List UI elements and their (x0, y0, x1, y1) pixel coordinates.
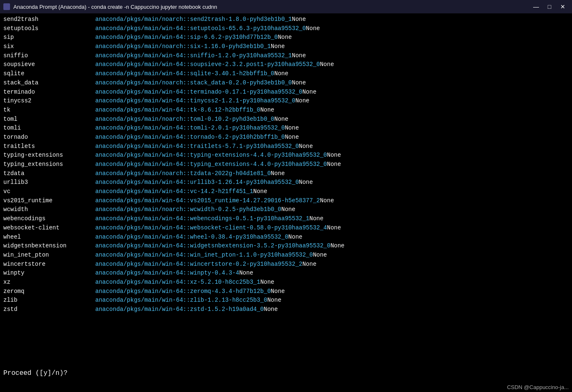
table-row: stack_dataanaconda/pkgs/main/noarch::sta… (3, 79, 569, 88)
prompt-line[interactable]: Proceed ([y]/n)? (3, 365, 569, 381)
package-path: anaconda/pkgs/main/win-64::traitlets-5.7… (95, 142, 299, 151)
package-path: anaconda/pkgs/main/noarch::six-1.16.0-py… (95, 42, 271, 51)
window-controls: — □ ✕ (530, 2, 569, 12)
package-path: anaconda/pkgs/main/win-64::setuptools-65… (95, 24, 306, 33)
package-name: traitlets (3, 142, 95, 151)
package-name: xz (3, 278, 95, 287)
table-row: win_inet_ptonanaconda/pkgs/main/win-64::… (3, 251, 569, 260)
package-path: anaconda/pkgs/main/win-64::sip-6.6.2-py3… (95, 33, 278, 42)
table-row: wcwidthanaconda/pkgs/main/noarch::wcwidt… (3, 205, 569, 214)
package-tag: None (313, 251, 327, 260)
package-name: wcwidth (3, 205, 95, 214)
package-path: anaconda/pkgs/main/noarch::wcwidth-0.2.5… (95, 205, 281, 214)
package-name: stack_data (3, 79, 95, 88)
table-row: tzdataanaconda/pkgs/main/noarch::tzdata-… (3, 169, 569, 178)
package-tag: None (303, 88, 317, 97)
package-path: anaconda/pkgs/main/win-64::wheel-0.38.4-… (95, 233, 288, 242)
package-name: zstd (3, 305, 95, 314)
package-name: terminado (3, 88, 95, 97)
table-row: typing_extensionsanaconda/pkgs/main/win-… (3, 160, 569, 169)
package-tag: None (292, 79, 306, 88)
table-row: typing-extensionsanaconda/pkgs/main/win-… (3, 151, 569, 160)
table-row: widgetsnbextensionanaconda/pkgs/main/win… (3, 242, 569, 251)
package-tag: None (320, 196, 334, 206)
package-name: tornado (3, 133, 95, 142)
app-icon (3, 3, 10, 10)
table-row: zlibanaconda/pkgs/main/win-64::zlib-1.2.… (3, 296, 569, 305)
package-name: zlib (3, 296, 95, 305)
package-name: sqlite (3, 69, 95, 79)
package-tag: None (327, 151, 341, 160)
package-path: anaconda/pkgs/main/win-64::vs2015_runtim… (95, 196, 320, 206)
package-list: send2trashanaconda/pkgs/main/noarch::sen… (3, 15, 569, 365)
package-path: anaconda/pkgs/main/win-64::vc-14.2-h21ff… (95, 187, 253, 196)
package-path: anaconda/pkgs/main/win-64::tk-8.6.12-h2b… (95, 106, 260, 115)
minimize-button[interactable]: — (530, 2, 542, 12)
table-row: setuptoolsanaconda/pkgs/main/win-64::set… (3, 24, 569, 33)
package-name: winpty (3, 269, 95, 278)
table-row: send2trashanaconda/pkgs/main/noarch::sen… (3, 15, 569, 24)
package-tag: None (299, 142, 313, 151)
package-path: anaconda/pkgs/main/win-64::terminado-0.1… (95, 88, 303, 97)
package-name: webencodings (3, 214, 95, 224)
package-tag: None (309, 214, 323, 224)
package-name: tk (3, 106, 95, 115)
bottom-bar: CSDN @Cappuccino-ja... (0, 382, 572, 392)
table-row: urllib3anaconda/pkgs/main/win-64::urllib… (3, 178, 569, 187)
package-name: zeromq (3, 287, 95, 296)
package-tag: None (267, 296, 282, 305)
package-name: sip (3, 33, 95, 42)
table-row: tornadoanaconda/pkgs/main/win-64::tornad… (3, 133, 569, 142)
package-path: anaconda/pkgs/main/win-64::sniffio-1.2.0… (95, 51, 292, 61)
package-tag: None (278, 33, 292, 42)
table-row: tomlanaconda/pkgs/main/noarch::toml-0.10… (3, 115, 569, 124)
package-path: anaconda/pkgs/main/noarch::send2trash-1.… (95, 15, 292, 24)
title-bar-text: Anaconda Prompt (Anaconda) - conda creat… (13, 4, 530, 10)
table-row: vs2015_runtimeanaconda/pkgs/main/win-64:… (3, 196, 569, 206)
package-path: anaconda/pkgs/main/win-64::xz-5.2.10-h8c… (95, 278, 260, 287)
table-row: tkanaconda/pkgs/main/win-64::tk-8.6.12-h… (3, 106, 569, 115)
package-name: wincertstore (3, 260, 95, 269)
package-tag: None (299, 178, 313, 187)
package-tag: None (303, 260, 317, 269)
close-button[interactable]: ✕ (557, 2, 569, 12)
package-name: urllib3 (3, 178, 95, 187)
package-name: tinycss2 (3, 97, 95, 106)
package-path: anaconda/pkgs/main/noarch::stack_data-0.… (95, 79, 292, 88)
package-name: typing_extensions (3, 160, 95, 169)
package-path: anaconda/pkgs/main/win-64::wincertstore-… (95, 260, 303, 269)
package-tag: None (274, 69, 288, 79)
package-tag: None (330, 242, 345, 251)
table-row: soupsieveanaconda/pkgs/main/win-64::soup… (3, 60, 569, 69)
package-tag: None (327, 160, 341, 169)
package-tag: None (320, 60, 334, 69)
package-path: anaconda/pkgs/main/win-64::winpty-0.4.3-… (95, 269, 239, 278)
package-tag: None (253, 187, 267, 196)
watermark-text: CSDN @Cappuccino-ja... (507, 384, 569, 390)
table-row: traitletsanaconda/pkgs/main/win-64::trai… (3, 142, 569, 151)
package-name: websocket-client (3, 224, 95, 233)
table-row: wheelanaconda/pkgs/main/win-64::wheel-0.… (3, 233, 569, 242)
package-path: anaconda/pkgs/main/win-64::tomli-2.0.1-p… (95, 124, 285, 133)
package-tag: None (274, 115, 288, 124)
package-path: anaconda/pkgs/main/win-64::sqlite-3.40.1… (95, 69, 274, 79)
table-row: wincertstoreanaconda/pkgs/main/win-64::w… (3, 260, 569, 269)
title-bar: Anaconda Prompt (Anaconda) - conda creat… (0, 0, 572, 13)
package-tag: None (327, 224, 341, 233)
table-row: tomlianaconda/pkgs/main/win-64::tomli-2.… (3, 124, 569, 133)
package-name: toml (3, 115, 95, 124)
table-row: sipanaconda/pkgs/main/win-64::sip-6.6.2-… (3, 33, 569, 42)
package-tag: None (285, 124, 299, 133)
package-name: wheel (3, 233, 95, 242)
package-path: anaconda/pkgs/main/win-64::win_inet_pton… (95, 251, 313, 260)
maximize-button[interactable]: □ (544, 2, 555, 12)
table-row: tinycss2anaconda/pkgs/main/win-64::tinyc… (3, 97, 569, 106)
table-row: webencodingsanaconda/pkgs/main/win-64::w… (3, 214, 569, 224)
table-row: winptyanaconda/pkgs/main/win-64::winpty-… (3, 269, 569, 278)
package-path: anaconda/pkgs/main/win-64::zstd-1.5.2-h1… (95, 305, 264, 314)
terminal-window: Anaconda Prompt (Anaconda) - conda creat… (0, 0, 572, 392)
package-path: anaconda/pkgs/main/noarch::toml-0.10.2-p… (95, 115, 274, 124)
package-tag: None (260, 106, 275, 115)
package-name: tzdata (3, 169, 95, 178)
package-tag: None (260, 278, 275, 287)
